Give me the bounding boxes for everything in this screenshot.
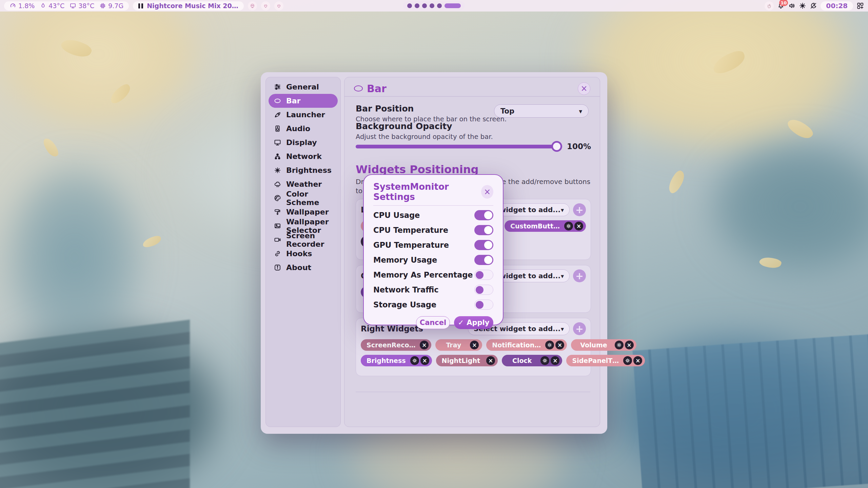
widget-chip[interactable]: Volume × xyxy=(571,339,636,351)
widget-chip[interactable]: ScreenReco… × xyxy=(361,339,431,351)
add-widget-button[interactable]: + xyxy=(573,203,586,216)
widget-remove-button[interactable]: × xyxy=(486,356,495,365)
widget-settings-button[interactable] xyxy=(623,356,632,365)
widget-remove-button[interactable]: × xyxy=(470,341,479,349)
widget-chip[interactable]: CustomButt… × xyxy=(505,220,586,232)
sidebar-item-label: About xyxy=(286,263,311,272)
modal-title: SystemMonitor Settings xyxy=(373,182,481,202)
settings-sidebar: General Bar Launcher Audio Display Netwo… xyxy=(265,77,341,427)
widget-chip-label: CustomButt… xyxy=(510,222,560,230)
heart-icon[interactable] xyxy=(261,1,270,11)
workspace-dot[interactable] xyxy=(422,3,427,8)
widget-settings-button[interactable] xyxy=(540,356,549,365)
media-player-widget[interactable]: Nightcore Music Mix 20… xyxy=(133,1,244,11)
sidebar-item-wallpaper[interactable]: Wallpaper xyxy=(269,205,338,219)
widget-settings-button[interactable] xyxy=(564,222,573,230)
chip-icon xyxy=(99,2,106,9)
modal-close-button[interactable]: × xyxy=(481,185,493,199)
gpu-temperature-toggle[interactable] xyxy=(474,240,493,250)
widget-remove-button[interactable]: × xyxy=(420,356,429,365)
network-icon xyxy=(274,152,281,160)
monitor-icon xyxy=(70,2,76,9)
speaker-icon[interactable] xyxy=(788,2,795,9)
workspace-dot[interactable] xyxy=(430,3,434,8)
opacity-slider-handle[interactable] xyxy=(551,141,562,152)
page-title: Bar xyxy=(367,83,387,95)
opacity-value: 100% xyxy=(567,142,589,151)
chevron-down-icon: ▾ xyxy=(561,206,564,214)
widget-chip[interactable]: Clock × xyxy=(502,355,562,366)
widget-chip[interactable]: SidePanelT… × xyxy=(566,355,645,366)
speaker-box-icon xyxy=(274,125,281,133)
heart-icon[interactable] xyxy=(274,1,283,11)
cpu-temperature-toggle[interactable] xyxy=(474,225,493,235)
sidebar-item-bar[interactable]: Bar xyxy=(269,94,338,108)
add-widget-button[interactable]: + xyxy=(573,269,586,282)
workspace-dot[interactable] xyxy=(437,3,442,8)
sidebar-item-display[interactable]: Display xyxy=(269,136,338,149)
sidebar-item-wallpaper-selector[interactable]: Wallpaper Selector xyxy=(269,219,338,233)
bell-icon[interactable]: 10 xyxy=(777,2,785,9)
widget-remove-button[interactable]: × xyxy=(633,356,642,365)
sidebar-item-screen-recorder[interactable]: Screen Recorder xyxy=(269,233,338,247)
sidebar-item-label: Brightness xyxy=(286,166,332,175)
workspace-dot[interactable] xyxy=(407,3,412,8)
sidebar-item-general[interactable]: General xyxy=(269,80,338,94)
widget-chip[interactable]: Brightness × xyxy=(361,355,432,366)
sidebar-item-brightness[interactable]: Brightness xyxy=(269,163,338,177)
toggle-label-storage-usage: Storage Usage xyxy=(373,300,436,309)
workspace-indicator[interactable] xyxy=(403,1,465,10)
widget-settings-button[interactable] xyxy=(615,341,624,349)
widget-remove-button[interactable]: × xyxy=(625,341,634,349)
sidebar-item-network[interactable]: Network xyxy=(269,149,338,163)
widget-settings-button[interactable] xyxy=(545,341,554,349)
widget-chip[interactable]: NightLight × xyxy=(436,355,498,366)
sidebar-item-launcher[interactable]: Launcher xyxy=(269,108,338,122)
memory-as-percentage-toggle[interactable] xyxy=(474,270,493,280)
sidebar-item-audio[interactable]: Audio xyxy=(269,122,338,136)
sidebar-item-color-scheme[interactable]: Color Scheme xyxy=(269,191,338,205)
sidebar-item-label: Color Scheme xyxy=(286,190,333,207)
widget-chip[interactable]: Notification… × xyxy=(486,339,567,351)
widget-remove-button[interactable]: × xyxy=(574,222,583,230)
opacity-slider[interactable] xyxy=(356,145,561,148)
cpu-usage-toggle[interactable] xyxy=(474,210,493,220)
pause-icon[interactable] xyxy=(138,3,143,8)
sidebar-item-hooks[interactable]: Hooks xyxy=(269,247,338,261)
moon-off-icon[interactable] xyxy=(810,2,817,9)
toggle-label-cpu-temperature: CPU Temperature xyxy=(373,226,448,235)
sidebar-item-label: Wallpaper xyxy=(286,208,329,216)
memory-usage-toggle[interactable] xyxy=(474,255,493,265)
bar-page-icon xyxy=(354,85,363,92)
chevron-down-icon: ▾ xyxy=(561,272,564,280)
apply-button[interactable]: ✓ Apply xyxy=(454,316,493,329)
skull-icon[interactable] xyxy=(248,1,257,11)
brightness-icon xyxy=(274,166,281,174)
toggle-label-network-traffic: Network Traffic xyxy=(373,285,439,294)
network-traffic-toggle[interactable] xyxy=(474,285,493,295)
video-camera-icon xyxy=(274,236,281,244)
oval-icon xyxy=(274,97,281,105)
widget-settings-button[interactable] xyxy=(410,356,419,365)
cancel-button[interactable]: Cancel xyxy=(416,316,450,329)
sidebar-item-about[interactable]: About xyxy=(269,261,338,274)
system-stats-group[interactable]: 1.8% 43°C 38°C 9.7G xyxy=(4,1,129,11)
widget-remove-button[interactable]: × xyxy=(555,341,564,349)
bar-position-dropdown[interactable]: Top ▾ xyxy=(494,104,589,118)
sun-icon[interactable] xyxy=(799,2,806,9)
workspace-dot[interactable] xyxy=(415,3,419,8)
add-widget-button[interactable]: + xyxy=(573,322,586,335)
workspace-active-pill[interactable] xyxy=(445,3,461,8)
window-close-button[interactable]: × xyxy=(578,82,590,95)
storage-usage-toggle[interactable] xyxy=(474,300,493,310)
info-icon xyxy=(274,264,281,271)
widget-remove-button[interactable]: × xyxy=(551,356,559,365)
memory-stat: 9.7G xyxy=(99,2,123,9)
grid-plus-icon[interactable] xyxy=(856,2,864,9)
display-icon xyxy=(274,139,281,146)
widget-chip[interactable]: Tray × xyxy=(435,339,482,351)
sidebar-item-weather[interactable]: Weather xyxy=(269,177,338,191)
gesture-icon[interactable] xyxy=(765,1,774,11)
clock[interactable]: 00:28 xyxy=(821,1,853,11)
widget-remove-button[interactable]: × xyxy=(420,341,429,349)
